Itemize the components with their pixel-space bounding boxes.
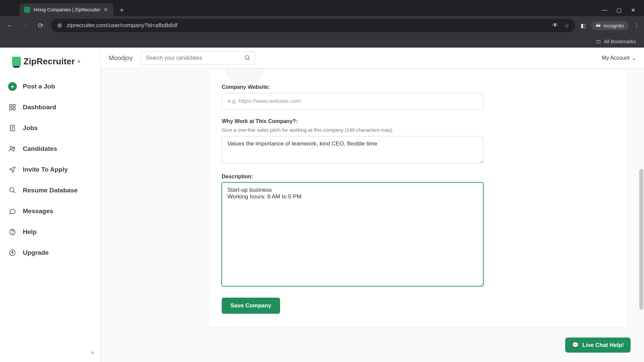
folder-icon: 🗀 [596, 39, 601, 44]
sidebar-item-post-job[interactable]: ＋ Post a Job [0, 76, 100, 97]
svg-rect-1 [13, 105, 15, 107]
svg-rect-0 [10, 105, 12, 107]
brand-name: ZipRecruiter [23, 56, 75, 67]
svg-line-11 [13, 191, 15, 193]
breadcrumb[interactable]: Moodjoy [109, 54, 133, 62]
bookmarks-bar: 🗀 All Bookmarks [0, 35, 644, 48]
sidebar-item-label: Messages [23, 207, 53, 215]
main-area: Moodjoy My Account ⌄ Company Website: [101, 48, 644, 362]
content-scroll: Company Website: Why Work at This Compan… [101, 68, 644, 362]
svg-point-10 [10, 188, 14, 192]
scrollbar-thumb[interactable] [639, 169, 643, 310]
window-controls: — ▢ ✕ [602, 7, 641, 13]
url-text: ziprecruiter.com/user/company?id=afbdb6d… [67, 22, 177, 29]
grid-icon [8, 103, 17, 112]
upgrade-icon [8, 248, 17, 257]
favicon-icon [24, 7, 30, 13]
search-wrap [141, 51, 255, 65]
sidebar-item-label: Upgrade [23, 249, 49, 256]
account-menu[interactable]: My Account ⌄ [602, 55, 636, 61]
company-website-input[interactable] [222, 93, 483, 110]
chat-bubble-icon: 💬 [572, 342, 579, 349]
description-textarea[interactable] [222, 182, 483, 286]
tab-bar: Hiring Companies | ZipRecruiter ✕ ＋ — ▢ … [0, 0, 644, 16]
live-chat-label: Live Chat Help! [582, 342, 624, 349]
star-icon[interactable]: ☆ [564, 22, 569, 29]
field-label: Description: [222, 174, 613, 180]
field-company-website: Company Website: [222, 84, 613, 110]
sidebar-item-upgrade[interactable]: Upgrade [0, 242, 100, 263]
svg-rect-3 [13, 108, 15, 110]
sidebar-item-dashboard[interactable]: Dashboard [0, 97, 100, 118]
site-info-icon[interactable]: ⚙ [57, 22, 62, 29]
topbar: Moodjoy My Account ⌄ [101, 48, 644, 68]
company-avatar [222, 69, 613, 75]
side-panel-icon[interactable]: ◧ [581, 22, 586, 29]
tab-title: Hiring Companies | ZipRecruiter [34, 7, 100, 12]
reload-button[interactable]: ⟳ [36, 20, 46, 31]
chat-icon [8, 207, 17, 216]
save-company-button[interactable]: Save Company [222, 298, 280, 314]
field-hint: Give a one-line sales pitch for working … [222, 127, 613, 133]
close-icon[interactable]: ✕ [104, 7, 108, 13]
sidebar-item-label: Candidates [23, 145, 57, 153]
brand-logo[interactable]: ZipRecruiter® [0, 54, 100, 76]
minimize-icon[interactable]: — [602, 7, 607, 13]
field-label: Why Work at This Company?: [222, 118, 613, 124]
sidebar-item-label: Resume Database [23, 187, 78, 194]
sidebar-item-candidates[interactable]: Candidates [0, 138, 100, 159]
sidebar-item-label: Dashboard [23, 104, 56, 111]
search-input[interactable] [141, 51, 255, 65]
sidebar-item-help[interactable]: Help [0, 222, 100, 242]
people-icon [8, 144, 17, 153]
sidebar-item-label: Help [23, 228, 37, 236]
sidebar-item-jobs[interactable]: Jobs [0, 118, 100, 138]
kebab-menu-icon[interactable]: ⋮ [634, 22, 639, 29]
document-icon [8, 124, 17, 132]
sidebar-item-invite[interactable]: Invite To Apply [0, 159, 100, 180]
sidebar-item-label: Post a Job [23, 83, 55, 90]
collapse-sidebar-button[interactable]: « [91, 349, 94, 356]
incognito-label: Incognito [603, 23, 624, 28]
svg-point-15 [245, 55, 249, 59]
sidebar: ZipRecruiter® ＋ Post a Job Dashboard Job… [0, 48, 101, 362]
account-label: My Account [602, 55, 630, 61]
search-button[interactable] [243, 53, 252, 63]
field-description: Description: [222, 174, 613, 288]
back-button[interactable]: ← [5, 20, 15, 31]
incognito-icon: 🕶 [596, 23, 601, 28]
svg-point-13 [12, 233, 13, 234]
maximize-icon[interactable]: ▢ [616, 7, 622, 13]
field-label: Company Website: [222, 84, 613, 90]
sidebar-item-messages[interactable]: Messages [0, 201, 100, 222]
send-icon [8, 165, 17, 174]
sidebar-nav: ＋ Post a Job Dashboard Jobs Candidates I… [0, 76, 100, 263]
address-row: ← → ⟳ ⚙ ziprecruiter.com/user/company?id… [0, 16, 644, 35]
svg-line-16 [248, 59, 250, 60]
field-why-work: Why Work at This Company?: Give a one-li… [222, 118, 613, 165]
sidebar-item-label: Invite To Apply [23, 166, 68, 173]
all-bookmarks-link[interactable]: 🗀 All Bookmarks [596, 39, 636, 44]
svg-point-8 [10, 146, 12, 149]
search-icon [8, 186, 17, 195]
sidebar-item-resume-db[interactable]: Resume Database [0, 180, 100, 201]
eye-off-icon[interactable]: 👁 [552, 22, 558, 29]
logo-icon [12, 57, 21, 67]
all-bookmarks-label: All Bookmarks [604, 39, 636, 44]
browser-chrome: Hiring Companies | ZipRecruiter ✕ ＋ — ▢ … [0, 0, 644, 48]
svg-point-9 [13, 147, 15, 149]
help-icon [8, 228, 17, 236]
browser-tab[interactable]: Hiring Companies | ZipRecruiter ✕ [19, 3, 113, 16]
svg-rect-2 [10, 108, 12, 110]
app-root: ZipRecruiter® ＋ Post a Job Dashboard Job… [0, 48, 644, 362]
close-window-icon[interactable]: ✕ [631, 7, 635, 13]
company-form-card: Company Website: Why Work at This Compan… [208, 68, 627, 327]
scrollbar-vertical[interactable] [639, 68, 643, 362]
forward-button[interactable]: → [20, 20, 30, 31]
address-bar[interactable]: ⚙ ziprecruiter.com/user/company?id=afbdb… [51, 19, 575, 32]
incognito-badge[interactable]: 🕶 Incognito [591, 21, 629, 30]
why-work-textarea[interactable] [222, 136, 483, 164]
new-tab-button[interactable]: ＋ [117, 5, 127, 15]
plus-circle-icon: ＋ [8, 82, 17, 91]
live-chat-button[interactable]: 💬 Live Chat Help! [565, 338, 631, 353]
